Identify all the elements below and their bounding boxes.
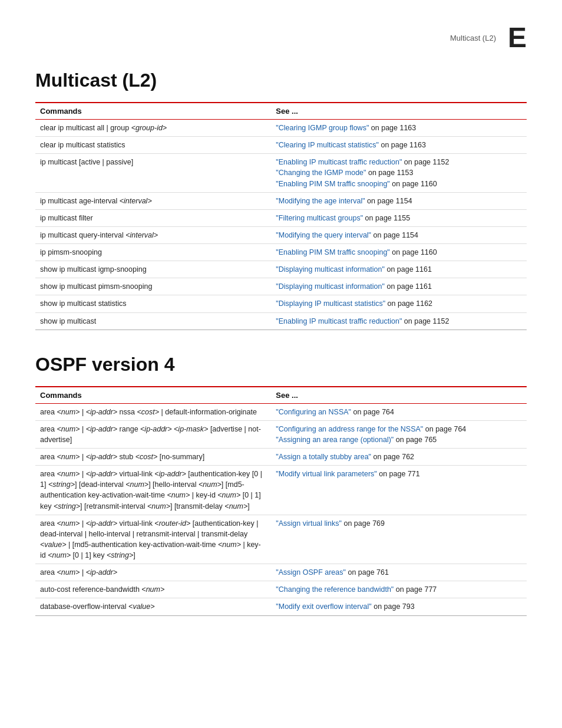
table-row: ip pimsm-snooping "Enabling PIM SM traff…: [35, 244, 527, 261]
ref-link[interactable]: "Modifying the query interval": [276, 231, 371, 239]
page-header-letter: E: [508, 24, 527, 52]
table-row: area <num> | <ip-addr> range <ip-addr> <…: [35, 420, 527, 448]
ref-link[interactable]: "Configuring an NSSA": [276, 408, 351, 416]
cmd-cell: show ip multicast: [35, 312, 271, 330]
table-row: area <num> | <ip-addr> virtual-link <ip-…: [35, 466, 527, 515]
ospf-col-see: See ...: [271, 387, 527, 404]
table-row: area <num> | <ip-addr> stub <cost> [no-s…: [35, 449, 527, 466]
see-cell: "Assign OSPF areas" on page 761: [271, 564, 527, 581]
table-row: auto-cost reference-bandwidth <num> "Cha…: [35, 581, 527, 598]
cmd-cell: area <num> | <ip-addr> stub <cost> [no-s…: [35, 449, 271, 466]
cmd-cell: ip multicast query-interval <interval>: [35, 226, 271, 243]
cmd-cell: area <num> | <ip-addr> range <ip-addr> <…: [35, 420, 271, 448]
ospf-col-commands: Commands: [35, 387, 271, 404]
ref-link[interactable]: "Modifying the age interval": [276, 197, 365, 205]
see-cell: "Assign a totally stubby area" on page 7…: [271, 449, 527, 466]
ref-link[interactable]: "Assigning an area range (optional)": [276, 436, 394, 444]
ref-link[interactable]: "Displaying multicast information": [276, 265, 385, 274]
ref-link[interactable]: "Configuring an address range for the NS…: [276, 425, 423, 433]
table-row: show ip multicast igmp-snooping "Display…: [35, 261, 527, 278]
ref-link[interactable]: "Filtering multicast groups": [276, 214, 363, 222]
cmd-cell: ip multicast age-interval <interval>: [35, 192, 271, 209]
multicast-col-see: See ...: [271, 103, 527, 120]
cmd-cell: ip pimsm-snooping: [35, 244, 271, 261]
ref-link[interactable]: "Enabling PIM SM traffic snooping": [276, 180, 389, 188]
ref-link[interactable]: "Modify exit overflow interval": [276, 602, 371, 611]
table-row: area <num> | <ip-addr> nssa <cost> | def…: [35, 403, 527, 420]
see-cell: "Modifying the query interval" on page 1…: [271, 226, 527, 243]
see-cell: "Displaying multicast information" on pa…: [271, 278, 527, 295]
ref-link[interactable]: "Clearing IP multicast statistics": [276, 141, 379, 149]
ref-link[interactable]: "Enabling PIM SM traffic snooping": [276, 248, 389, 256]
table-row: ip multicast age-interval <interval> "Mo…: [35, 192, 527, 209]
see-cell: "Filtering multicast groups" on page 115…: [271, 209, 527, 226]
table-row: clear ip multicast statistics "Clearing …: [35, 137, 527, 154]
ref-link[interactable]: "Assign OSPF areas": [276, 568, 346, 577]
ref-link[interactable]: "Changing the IGMP mode": [276, 169, 366, 177]
see-cell: "Configuring an address range for the NS…: [271, 420, 527, 448]
cmd-cell: clear ip multicast statistics: [35, 137, 271, 154]
ref-link[interactable]: "Assign a totally stubby area": [276, 453, 371, 461]
multicast-section-title: Multicast (L2): [35, 70, 527, 91]
ref-link[interactable]: "Clearing IGMP group flows": [276, 124, 369, 132]
ospf-table-header-row: Commands See ...: [35, 387, 527, 404]
cmd-cell: clear ip multicast all | group <group-id…: [35, 120, 271, 137]
table-row: area <num> | <ip-addr> virtual-link <rou…: [35, 515, 527, 564]
cmd-cell: show ip multicast pimsm-snooping: [35, 278, 271, 295]
see-cell: "Clearing IP multicast statistics" on pa…: [271, 137, 527, 154]
cmd-cell: show ip multicast statistics: [35, 295, 271, 312]
see-cell: "Clearing IGMP group flows" on page 1163: [271, 120, 527, 137]
table-row: ip multicast [active | passive] "Enablin…: [35, 154, 527, 192]
see-cell: "Changing the reference bandwidth" on pa…: [271, 581, 527, 598]
cmd-cell: ip multicast [active | passive]: [35, 154, 271, 192]
cmd-cell: database-overflow-interval <value>: [35, 598, 271, 615]
ref-link[interactable]: "Modify virtual link parameters": [276, 470, 376, 478]
table-row: ip multicast query-interval <interval> "…: [35, 226, 527, 243]
multicast-table: Commands See ... clear ip multicast all …: [35, 102, 527, 330]
cmd-cell: area <num> | <ip-addr> virtual-link <ip-…: [35, 466, 271, 515]
cmd-cell: area <num> | <ip-addr> nssa <cost> | def…: [35, 403, 271, 420]
table-row: ip multicast filter "Filtering multicast…: [35, 209, 527, 226]
ref-link[interactable]: "Displaying multicast information": [276, 282, 385, 291]
see-cell: "Displaying IP multicast statistics" on …: [271, 295, 527, 312]
ospf-section-title: OSPF version 4: [35, 354, 527, 375]
table-row: area <num> | <ip-addr> "Assign OSPF area…: [35, 564, 527, 581]
ref-link[interactable]: "Changing the reference bandwidth": [276, 585, 394, 594]
cmd-cell: ip multicast filter: [35, 209, 271, 226]
page-header: Multicast (L2) E: [35, 24, 527, 52]
see-cell: "Displaying multicast information" on pa…: [271, 261, 527, 278]
page-header-section: Multicast (L2): [450, 34, 496, 42]
table-row: clear ip multicast all | group <group-id…: [35, 120, 527, 137]
table-row: show ip multicast pimsm-snooping "Displa…: [35, 278, 527, 295]
cmd-cell: area <num> | <ip-addr> virtual-link <rou…: [35, 515, 271, 564]
see-cell: "Enabling PIM SM traffic snooping" on pa…: [271, 244, 527, 261]
see-cell: "Assign virtual links" on page 769: [271, 515, 527, 564]
cmd-cell: area <num> | <ip-addr>: [35, 564, 271, 581]
table-row: database-overflow-interval <value> "Modi…: [35, 598, 527, 615]
table-row: show ip multicast "Enabling IP multicast…: [35, 312, 527, 330]
see-cell: "Modifying the age interval" on page 115…: [271, 192, 527, 209]
see-cell: "Enabling IP multicast traffic reduction…: [271, 312, 527, 330]
see-cell: "Configuring an NSSA" on page 764: [271, 403, 527, 420]
cmd-cell: auto-cost reference-bandwidth <num>: [35, 581, 271, 598]
see-cell: "Enabling IP multicast traffic reduction…: [271, 154, 527, 192]
cmd-cell: show ip multicast igmp-snooping: [35, 261, 271, 278]
multicast-col-commands: Commands: [35, 103, 271, 120]
ref-link[interactable]: "Enabling IP multicast traffic reduction…: [276, 158, 402, 166]
see-cell: "Modify virtual link parameters" on page…: [271, 466, 527, 515]
see-cell: "Modify exit overflow interval" on page …: [271, 598, 527, 615]
ref-link[interactable]: "Assign virtual links": [276, 519, 342, 528]
ref-link[interactable]: "Enabling IP multicast traffic reduction…: [276, 317, 402, 325]
ospf-table: Commands See ... area <num> | <ip-addr> …: [35, 386, 527, 616]
ref-link[interactable]: "Displaying IP multicast statistics": [276, 299, 385, 308]
multicast-table-header-row: Commands See ...: [35, 103, 527, 120]
table-row: show ip multicast statistics "Displaying…: [35, 295, 527, 312]
